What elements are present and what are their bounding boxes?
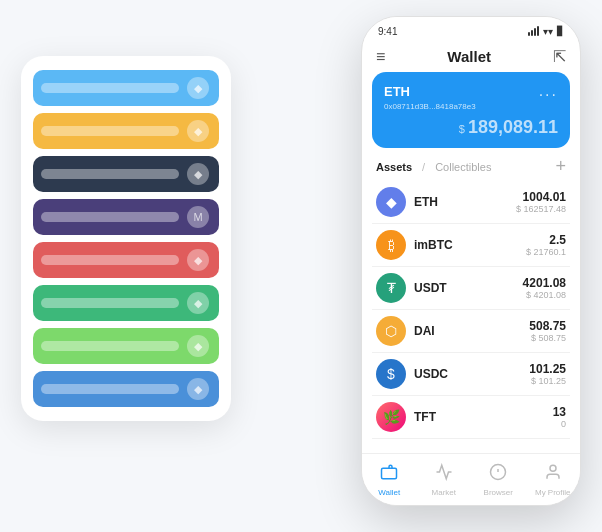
- nav-label-wallet: Wallet: [378, 488, 400, 497]
- svg-point-4: [550, 465, 556, 471]
- asset-amounts-usdc: 101.25$ 101.25: [529, 362, 566, 386]
- asset-row[interactable]: ₿imBTC2.5$ 21760.1: [372, 224, 570, 267]
- eth-balance-value: 189,089.11: [468, 117, 558, 137]
- svg-rect-0: [382, 468, 397, 479]
- page-title: Wallet: [447, 48, 491, 65]
- nav-item-market[interactable]: Market: [417, 463, 472, 497]
- nav-label-market: Market: [432, 488, 456, 497]
- tab-assets[interactable]: Assets: [376, 161, 412, 173]
- asset-amount-sub: $ 162517.48: [516, 204, 566, 214]
- asset-name-usdc: USDC: [414, 367, 529, 381]
- card-item[interactable]: M: [33, 199, 219, 235]
- tab-slash: /: [422, 161, 425, 173]
- asset-name-imbtc: imBTC: [414, 238, 526, 252]
- asset-icon-eth: ◆: [376, 187, 406, 217]
- asset-row[interactable]: $USDC101.25$ 101.25: [372, 353, 570, 396]
- asset-row[interactable]: ₮USDT4201.08$ 4201.08: [372, 267, 570, 310]
- asset-amount-main: 4201.08: [523, 276, 566, 290]
- card-item[interactable]: ◆: [33, 113, 219, 149]
- asset-amount-main: 101.25: [529, 362, 566, 376]
- asset-icon-imbtc: ₿: [376, 230, 406, 260]
- asset-name-tft: TFT: [414, 410, 553, 424]
- asset-icon-usdt: ₮: [376, 273, 406, 303]
- bottom-nav: WalletMarketBrowserMy Profile: [362, 453, 580, 505]
- asset-amounts-tft: 130: [553, 405, 566, 429]
- asset-amount-sub: 0: [553, 419, 566, 429]
- nav-icon-market: [435, 463, 453, 486]
- eth-card-more[interactable]: ...: [539, 82, 558, 100]
- asset-row[interactable]: 🌿TFT130: [372, 396, 570, 439]
- card-item[interactable]: ◆: [33, 70, 219, 106]
- nav-icon-browser: [489, 463, 507, 486]
- asset-amount-sub: $ 101.25: [529, 376, 566, 386]
- asset-amount-sub: $ 4201.08: [523, 290, 566, 300]
- asset-icon-usdc: $: [376, 359, 406, 389]
- card-item[interactable]: ◆: [33, 371, 219, 407]
- nav-item-browser[interactable]: Browser: [471, 463, 526, 497]
- card-item[interactable]: ◆: [33, 328, 219, 364]
- scene: ◆◆◆M◆◆◆◆ 9:41 ▾▾ ▊ ≡ Wallet ⇱: [21, 16, 581, 516]
- signal-icon: [528, 26, 539, 36]
- wifi-icon: ▾▾: [543, 26, 553, 37]
- eth-card-header: ETH ...: [384, 82, 558, 100]
- asset-row[interactable]: ⬡DAI508.75$ 508.75: [372, 310, 570, 353]
- asset-amounts-usdt: 4201.08$ 4201.08: [523, 276, 566, 300]
- asset-icon-tft: 🌿: [376, 402, 406, 432]
- asset-amount-main: 508.75: [529, 319, 566, 333]
- asset-amount-sub: $ 508.75: [529, 333, 566, 343]
- assets-header: Assets / Collectibles +: [362, 156, 580, 181]
- nav-icon-my-profile: [544, 463, 562, 486]
- status-time: 9:41: [378, 26, 397, 37]
- phone-header: ≡ Wallet ⇱: [362, 45, 580, 72]
- nav-label-browser: Browser: [484, 488, 513, 497]
- asset-amount-sub: $ 21760.1: [526, 247, 566, 257]
- nav-label-my-profile: My Profile: [535, 488, 571, 497]
- eth-card-title: ETH: [384, 84, 410, 99]
- asset-amount-main: 1004.01: [516, 190, 566, 204]
- card-item[interactable]: ◆: [33, 156, 219, 192]
- asset-row[interactable]: ◆ETH1004.01$ 162517.48: [372, 181, 570, 224]
- expand-icon[interactable]: ⇱: [553, 47, 566, 66]
- asset-list: ◆ETH1004.01$ 162517.48₿imBTC2.5$ 21760.1…: [362, 181, 580, 453]
- phone-mockup: 9:41 ▾▾ ▊ ≡ Wallet ⇱ ETH ...: [361, 16, 581, 506]
- asset-name-eth: ETH: [414, 195, 516, 209]
- asset-name-dai: DAI: [414, 324, 529, 338]
- tab-collectibles[interactable]: Collectibles: [435, 161, 491, 173]
- card-item[interactable]: ◆: [33, 285, 219, 321]
- asset-amounts-eth: 1004.01$ 162517.48: [516, 190, 566, 214]
- asset-amounts-dai: 508.75$ 508.75: [529, 319, 566, 343]
- asset-icon-dai: ⬡: [376, 316, 406, 346]
- card-item[interactable]: ◆: [33, 242, 219, 278]
- card-stack: ◆◆◆M◆◆◆◆: [21, 56, 231, 421]
- nav-icon-wallet: [380, 463, 398, 486]
- asset-amounts-imbtc: 2.5$ 21760.1: [526, 233, 566, 257]
- status-icons: ▾▾ ▊: [528, 26, 564, 37]
- eth-balance-label: $ 189,089.11: [384, 117, 558, 138]
- nav-item-my-profile[interactable]: My Profile: [526, 463, 581, 497]
- assets-tabs: Assets / Collectibles: [376, 161, 491, 173]
- asset-name-usdt: USDT: [414, 281, 523, 295]
- nav-item-wallet[interactable]: Wallet: [362, 463, 417, 497]
- eth-card[interactable]: ETH ... 0x08711d3B...8418a78e3 $ 189,089…: [372, 72, 570, 148]
- status-bar: 9:41 ▾▾ ▊: [362, 17, 580, 45]
- menu-icon[interactable]: ≡: [376, 48, 385, 66]
- eth-card-address: 0x08711d3B...8418a78e3: [384, 102, 558, 111]
- add-asset-button[interactable]: +: [555, 156, 566, 177]
- battery-icon: ▊: [557, 26, 564, 36]
- asset-amount-main: 13: [553, 405, 566, 419]
- asset-amount-main: 2.5: [526, 233, 566, 247]
